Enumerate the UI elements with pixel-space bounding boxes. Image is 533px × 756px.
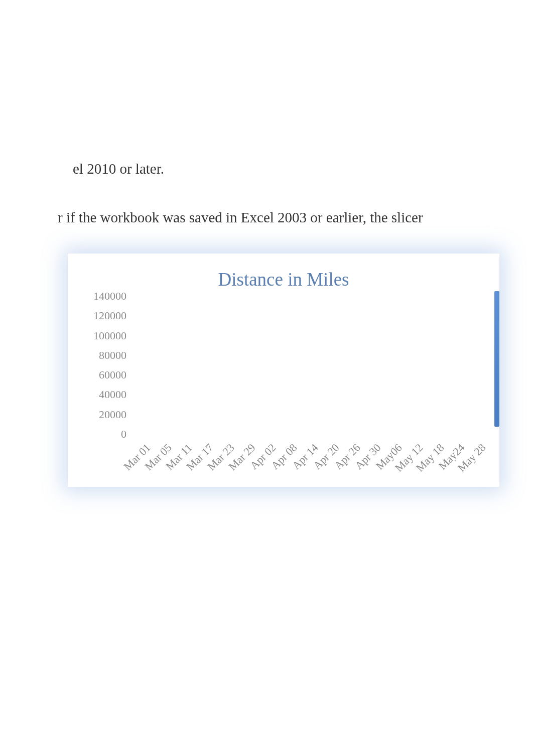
x-axis: Mar 01Mar 05Mar 11Mar 17Mar 23Mar 29Apr … [133, 434, 489, 484]
y-tick-label: 140000 [69, 291, 126, 302]
y-tick-label: 20000 [69, 409, 126, 420]
y-tick-label: 0 [69, 429, 126, 440]
chart-title: Distance in Miles [68, 269, 499, 290]
text-fragment-2: r if the workbook was saved in Excel 200… [58, 209, 423, 226]
text-fragment-1: el 2010 or later. [73, 161, 164, 177]
y-tick-label: 60000 [69, 369, 126, 381]
y-tick-label: 40000 [69, 389, 126, 400]
slicer-scroll-strip[interactable] [494, 291, 499, 427]
y-tick-label: 120000 [69, 310, 126, 321]
y-tick-label: 100000 [69, 330, 126, 341]
y-axis: 020000400006000080000100000120000140000 [68, 296, 130, 434]
y-tick-label: 80000 [69, 350, 126, 361]
plot-area [133, 296, 489, 434]
chart-distance-miles[interactable]: Distance in Miles 0200004000060000800001… [68, 254, 499, 487]
